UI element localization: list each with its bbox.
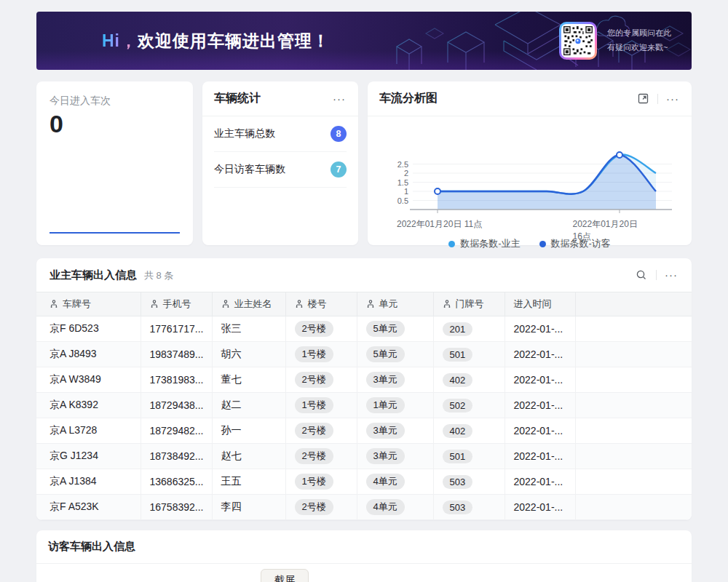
stat-row-owner-total: 业主车辆总数 8 bbox=[214, 116, 347, 152]
table-cell: 19837489... bbox=[141, 342, 212, 367]
welcome-banner: Hi，欢迎使用车辆进出管理！ bbox=[36, 12, 692, 70]
column-header-label: 楼号 bbox=[308, 298, 327, 311]
tag-pill: 201 bbox=[443, 322, 473, 336]
column-header-label: 门牌号 bbox=[456, 298, 484, 311]
svg-text:2: 2 bbox=[404, 169, 408, 178]
tag-pill: 1号楼 bbox=[295, 474, 333, 490]
table-row[interactable]: 京F 6D52317761717...张三2号楼5单元2012022-01-..… bbox=[36, 316, 692, 342]
divider bbox=[656, 270, 657, 280]
legend-dot bbox=[539, 241, 546, 247]
table-cell: 赵七 bbox=[212, 444, 285, 469]
chart-plot-area: 0.511.522.5 bbox=[381, 122, 677, 215]
field-relation-icon bbox=[221, 300, 230, 308]
column-header[interactable]: 门牌号 bbox=[433, 292, 505, 316]
table-cell: 京G J1234 bbox=[36, 444, 141, 469]
table-cell: 18738492... bbox=[141, 444, 212, 469]
table-cell: 2022-01-... bbox=[505, 393, 575, 418]
table-cell: 1号楼 bbox=[285, 393, 357, 418]
table-row[interactable]: 京G J123418738492...赵七2号楼3单元5012022-01-..… bbox=[36, 444, 692, 469]
table-cell: 2号楼 bbox=[285, 367, 357, 393]
field-relation-icon bbox=[150, 300, 159, 308]
column-header[interactable]: 进入时间 bbox=[505, 292, 575, 316]
table-cell: 503 bbox=[433, 469, 505, 495]
column-header[interactable]: 手机号 bbox=[141, 292, 212, 316]
table-row[interactable]: 京A J849319837489...胡六1号楼5单元5012022-01-..… bbox=[36, 342, 692, 367]
qr-caption-line1: 您的专属顾问在此 bbox=[607, 26, 671, 41]
legend-dot bbox=[448, 241, 455, 247]
column-header-label: 车牌号 bbox=[63, 298, 91, 311]
vehicle-stats-title: 车辆统计 bbox=[214, 91, 261, 106]
owner-table-title: 业主车辆出入信息 bbox=[50, 268, 137, 282]
more-menu-icon[interactable]: ··· bbox=[332, 92, 347, 106]
column-header[interactable]: 业主姓名 bbox=[212, 292, 285, 316]
column-header-label: 单元 bbox=[379, 298, 398, 311]
table-cell bbox=[575, 342, 692, 367]
table-cell: 2号楼 bbox=[285, 316, 357, 342]
tag-pill: 5单元 bbox=[366, 346, 405, 362]
tag-pill: 4单元 bbox=[366, 474, 405, 490]
table-cell: 京A L3728 bbox=[36, 418, 141, 444]
table-cell: 501 bbox=[433, 342, 505, 367]
table-cell: 402 bbox=[433, 418, 505, 444]
table-cell: 赵二 bbox=[212, 393, 285, 418]
table-cell bbox=[575, 418, 692, 444]
more-menu-icon[interactable]: ··· bbox=[665, 92, 680, 106]
table-cell: 2022-01-... bbox=[505, 316, 575, 342]
table-cell: 2号楼 bbox=[285, 444, 357, 469]
table-cell: 18729482... bbox=[141, 418, 212, 444]
stat-trend-line bbox=[50, 232, 180, 234]
table-cell bbox=[575, 495, 692, 520]
table-cell: 17381983... bbox=[141, 367, 212, 393]
table-cell: 4单元 bbox=[357, 469, 433, 495]
banner-greeting-highlight: Hi， bbox=[102, 31, 138, 50]
x-axis-label-start: 2022年01月20日 11点 bbox=[397, 218, 482, 231]
tag-pill: 3单元 bbox=[366, 372, 405, 388]
count-badge: 8 bbox=[331, 126, 347, 142]
tag-pill: 2号楼 bbox=[295, 423, 333, 439]
table-cell: 京A J1384 bbox=[36, 469, 141, 495]
tag-pill: 503 bbox=[443, 501, 473, 514]
column-header-label: 进入时间 bbox=[514, 298, 552, 311]
column-header-label: 业主姓名 bbox=[234, 298, 272, 311]
table-cell bbox=[575, 444, 692, 469]
table-cell: 501 bbox=[433, 444, 505, 469]
tag-pill: 1单元 bbox=[366, 397, 405, 413]
line-chart: 0.511.522.5 2022年01月20日 11点 2022年01月20日 … bbox=[368, 116, 692, 259]
table-row[interactable]: 京A J138413686325...王五1号楼4单元5032022-01-..… bbox=[36, 469, 692, 495]
tag-pill: 502 bbox=[443, 399, 473, 412]
capture-button[interactable]: 截屏 bbox=[261, 569, 309, 582]
widgets-row: 今日进入车次 0 车辆统计 ··· 业主车辆总数 8 今日访客车辆数 7 车流分… bbox=[36, 81, 692, 245]
tag-pill: 4单元 bbox=[366, 499, 405, 515]
table-cell: 1号楼 bbox=[285, 342, 357, 367]
banner-greeting: Hi，欢迎使用车辆进出管理！ bbox=[102, 30, 330, 52]
vehicle-stats-card: 车辆统计 ··· 业主车辆总数 8 今日访客车辆数 7 bbox=[202, 81, 358, 245]
table-row[interactable]: 京A L372818729482...孙一2号楼3单元4022022-01-..… bbox=[36, 418, 692, 444]
qr-caption-line2: 有疑问欢迎来戳~ bbox=[607, 41, 671, 55]
column-header[interactable]: 车牌号 bbox=[36, 292, 141, 316]
tag-pill: 2号楼 bbox=[295, 321, 333, 337]
table-row[interactable]: 京A K839218729438...赵二1号楼1单元5022022-01-..… bbox=[36, 393, 692, 418]
svg-text:1: 1 bbox=[404, 187, 408, 196]
table-cell: 李四 bbox=[212, 495, 285, 520]
tag-pill: 5单元 bbox=[366, 321, 405, 337]
legend-item-owner[interactable]: 数据条数-业主 bbox=[448, 237, 520, 250]
tag-pill: 3单元 bbox=[366, 423, 405, 439]
tag-pill: 3单元 bbox=[366, 448, 405, 464]
svg-text:0.5: 0.5 bbox=[397, 196, 408, 205]
column-header[interactable]: 楼号 bbox=[285, 292, 357, 316]
banner-greeting-text: 欢迎使用车辆进出管理！ bbox=[138, 31, 330, 50]
tag-pill: 503 bbox=[443, 475, 473, 489]
table-cell: 京A W3849 bbox=[36, 367, 141, 393]
table-cell: 2号楼 bbox=[285, 495, 357, 520]
more-menu-icon[interactable]: ··· bbox=[664, 268, 678, 282]
expand-icon[interactable] bbox=[636, 92, 650, 106]
table-cell bbox=[575, 393, 692, 418]
table-row[interactable]: 京F A523K16758392...李四2号楼4单元5032022-01-..… bbox=[36, 495, 692, 520]
search-icon[interactable] bbox=[634, 268, 649, 282]
table-cell: 张三 bbox=[212, 316, 285, 342]
table-row[interactable]: 京A W384917381983...董七2号楼3单元4022022-01-..… bbox=[36, 367, 692, 393]
chart-title: 车流分析图 bbox=[379, 91, 438, 106]
column-header bbox=[575, 292, 692, 316]
table-cell: 1号楼 bbox=[285, 469, 357, 495]
column-header[interactable]: 单元 bbox=[357, 292, 433, 316]
